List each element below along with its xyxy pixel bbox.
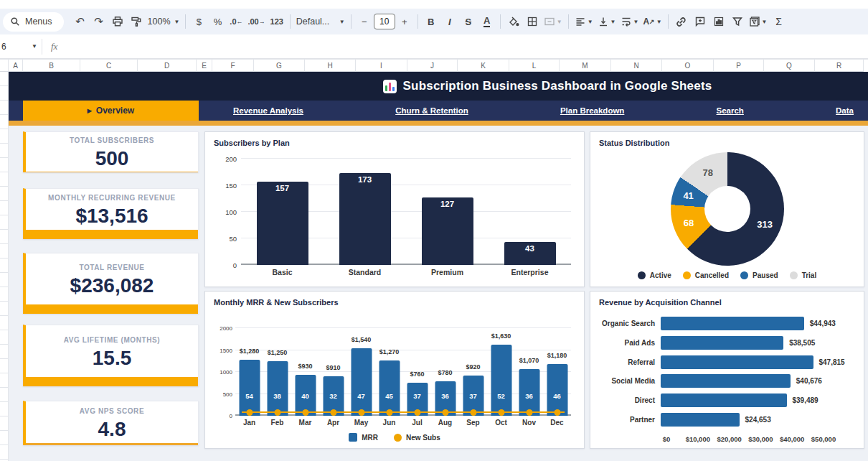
x-label: Dec — [543, 419, 571, 427]
horizontal-align-button[interactable]: ▼ — [572, 12, 595, 31]
vertical-align-button[interactable]: ▼ — [595, 12, 618, 31]
column-header-D[interactable]: D — [138, 60, 197, 72]
h-bar-row-organic-search: Organic Search$44,943 — [599, 317, 855, 330]
link-icon — [675, 16, 687, 28]
column-header-N[interactable]: N — [611, 60, 662, 72]
format-currency-button[interactable]: $ — [189, 12, 208, 31]
formula-input[interactable] — [57, 34, 868, 58]
tab-overview[interactable]: ▸ Overview — [23, 101, 199, 121]
column-header-Q[interactable]: Q — [764, 60, 815, 72]
x-label: Premium — [406, 268, 489, 276]
insert-chart-button[interactable] — [709, 12, 728, 31]
filter-views-button[interactable]: ▼ — [747, 12, 770, 31]
kpi-accent-bar — [26, 443, 198, 445]
insert-link-button[interactable] — [672, 12, 691, 31]
kpi-value: 4.8 — [98, 418, 126, 441]
borders-button[interactable] — [523, 12, 542, 31]
h-bar-row-paid-ads: Paid Ads$38,505 — [599, 336, 855, 350]
chart-card-monthly-mrr[interactable]: Monthly MRR & New Subscribers 2000150010… — [204, 291, 585, 449]
print-button[interactable] — [108, 12, 127, 31]
format-percent-button[interactable]: % — [208, 12, 227, 31]
x-label: Oct — [487, 419, 515, 427]
increase-font-size-button[interactable]: + — [395, 12, 414, 31]
kpi-label: TOTAL SUBSCRIBERS — [70, 136, 154, 144]
zoom-control[interactable]: 100%▼ — [146, 12, 182, 31]
column-header-P[interactable]: P — [714, 60, 764, 72]
bar-column-mar: 40$930 — [291, 328, 319, 416]
font-size-input[interactable]: 10 — [374, 14, 395, 29]
category-label: Social Media — [599, 377, 661, 385]
tab-revenue-analysis[interactable]: Revenue Analysis — [233, 106, 303, 115]
plot-area: 200015001000500054$1,28038$1,25040$93032… — [235, 328, 571, 416]
new-subs-count-label: 40 — [295, 392, 316, 400]
y-tick-label: 2000 — [211, 325, 232, 332]
kpi-card-total-revenue: TOTAL REVENUE$236,082 — [23, 253, 199, 314]
x-label: Feb — [263, 419, 291, 427]
tab-churn-retention[interactable]: Churn & Retention — [395, 106, 468, 115]
tab-search[interactable]: Search — [717, 106, 744, 115]
column-header-I[interactable]: I — [356, 60, 407, 72]
row-header-strip[interactable] — [0, 72, 9, 461]
name-box[interactable]: 6 ▼ — [0, 42, 42, 52]
create-filter-button[interactable] — [728, 12, 747, 31]
insert-comment-button[interactable] — [691, 12, 709, 31]
corner-cell[interactable] — [0, 60, 9, 72]
mrr-value-label: $1,270 — [379, 348, 400, 355]
kpi-accent-bar — [26, 304, 198, 314]
redo-button[interactable]: ↷ — [90, 12, 108, 31]
bar-column-standard: 173 — [324, 159, 406, 265]
column-header-F[interactable]: F — [212, 60, 254, 72]
chart-card-status-distribution[interactable]: Status Distribution 313684178 ActiveCanc… — [590, 131, 864, 287]
text-color-button[interactable]: A — [478, 12, 496, 31]
new-subs-dot — [386, 409, 392, 416]
kpi-card-avg-nps-score: AVG NPS SCORE4.8 — [23, 401, 199, 445]
column-header-J[interactable]: J — [407, 60, 458, 72]
italic-button[interactable]: I — [440, 12, 459, 31]
funnel-icon — [732, 16, 743, 27]
chart-card-subscribers-by-plan[interactable]: Subscribers by Plan 20015010050015717312… — [204, 131, 585, 287]
merge-cells-button[interactable]: ▼ — [542, 12, 565, 31]
paint-format-button[interactable] — [127, 12, 146, 31]
slice-value-label: 313 — [757, 219, 773, 230]
column-header-A[interactable]: A — [9, 60, 23, 72]
new-subs-dot — [470, 409, 476, 416]
category-label: Paid Ads — [599, 339, 661, 347]
mrr-value-label: $920 — [466, 363, 480, 371]
column-header-C[interactable]: C — [80, 60, 138, 72]
column-header-E[interactable]: E — [197, 60, 212, 72]
bar-column-jun: 45$1,270 — [375, 328, 403, 416]
chart-card-revenue-by-channel[interactable]: Revenue by Acquisition Channel Organic S… — [590, 291, 864, 449]
undo-button[interactable]: ↶ — [71, 12, 90, 31]
category-label: Referral — [599, 358, 661, 366]
more-formats-button[interactable]: 123 — [268, 12, 286, 31]
column-header-M[interactable]: M — [560, 60, 611, 72]
increase-decimals-button[interactable]: .00→ — [245, 12, 267, 31]
tab-data[interactable]: Data — [836, 106, 854, 115]
legend-label: Cancelled — [695, 271, 729, 279]
legend-dot-icon — [790, 271, 798, 279]
bar: 157 — [257, 182, 308, 265]
column-header-G[interactable]: G — [254, 60, 305, 72]
new-subs-count-label: 36 — [435, 392, 456, 400]
column-header-H[interactable]: H — [305, 60, 356, 72]
chevron-down-icon: ▼ — [762, 19, 768, 25]
column-header-O[interactable]: O — [662, 60, 714, 72]
tab-plan-breakdown[interactable]: Plan Breakdown — [560, 106, 624, 115]
decrease-font-size-button[interactable]: − — [355, 12, 374, 31]
functions-button[interactable]: Σ — [769, 12, 788, 31]
text-rotation-button[interactable]: A↗ ▼ — [641, 12, 664, 31]
fill-color-button[interactable] — [504, 12, 523, 31]
column-header-B[interactable]: B — [23, 60, 80, 72]
new-subs-count-label: 45 — [379, 392, 400, 400]
column-header-K[interactable]: K — [458, 60, 509, 72]
font-selector[interactable]: Defaul...▼ — [294, 12, 347, 31]
column-header-L[interactable]: L — [509, 60, 560, 72]
mrr-bar: 46 — [547, 364, 567, 416]
decrease-decimals-button[interactable]: .0← — [227, 12, 245, 31]
menus-search[interactable]: Menus — [3, 12, 64, 32]
bold-button[interactable]: B — [422, 12, 440, 31]
nav-row: ▸ Overview Revenue AnalysisChurn & Reten… — [9, 101, 868, 121]
strikethrough-button[interactable]: S — [459, 12, 478, 31]
column-header-R[interactable]: R — [815, 60, 864, 72]
text-wrap-button[interactable]: ▼ — [618, 12, 641, 31]
